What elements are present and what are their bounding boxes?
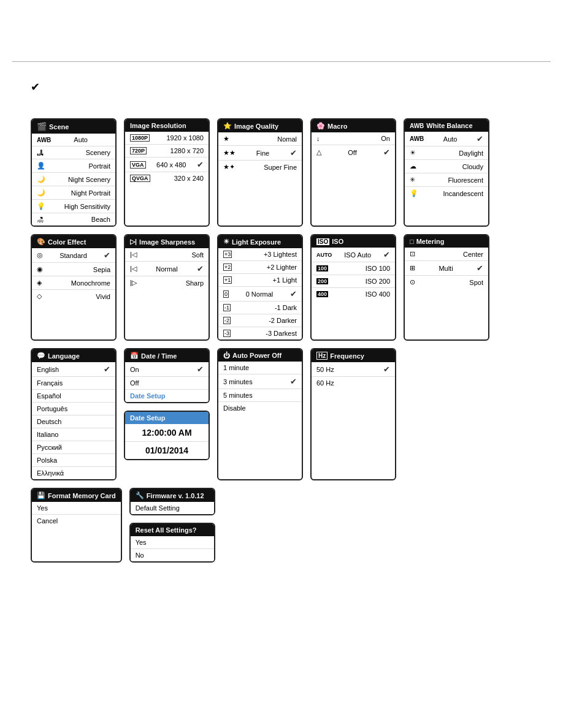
sharp-soft[interactable]: |◁ Soft bbox=[125, 248, 209, 262]
lang-italiano[interactable]: Italiano bbox=[32, 428, 115, 441]
quality-normal-icon: ★ bbox=[223, 135, 229, 143]
wb-cloudy-label: Cloudy bbox=[462, 163, 483, 170]
format-cancel[interactable]: Cancel bbox=[32, 515, 121, 527]
exp-p3[interactable]: +3 +3 Lightest bbox=[218, 248, 302, 261]
dt-date-setup[interactable]: Date Setup bbox=[125, 390, 209, 402]
apo-5min[interactable]: 5 minutes bbox=[218, 389, 302, 402]
ce-sepia[interactable]: ◉ Sepia bbox=[32, 263, 115, 276]
exp-p2-icon: +2 bbox=[223, 264, 232, 271]
apo-disable[interactable]: Disable bbox=[218, 402, 302, 414]
iso-auto[interactable]: AUTO ISO Auto ✔ bbox=[312, 248, 395, 262]
quality-normal[interactable]: ★ Nomal bbox=[218, 132, 302, 146]
wb-cloudy[interactable]: ☁ Cloudy bbox=[405, 160, 488, 173]
exp-m1[interactable]: -1 -1 Dark bbox=[218, 301, 302, 314]
lang-francais[interactable]: Français bbox=[32, 377, 115, 390]
image-sharpness-menu: ▷| Image Sharpness |◁ Soft |◁ Normal ✔ |… bbox=[124, 234, 210, 341]
wb-cloudy-icon: ☁ bbox=[410, 162, 416, 170]
meter-center[interactable]: ⊡ Center bbox=[405, 248, 488, 261]
lang-deutsch[interactable]: Deutsch bbox=[32, 415, 115, 428]
white-balance-icon: AWB bbox=[410, 123, 424, 129]
lang-greek[interactable]: Ελληνικά bbox=[32, 467, 115, 479]
ce-standard[interactable]: ◎ Standard ✔ bbox=[32, 248, 115, 263]
exp-p2[interactable]: +2 +2 Lighter bbox=[218, 261, 302, 274]
res-vga-icon: VGA bbox=[130, 161, 146, 169]
frequency-title: Frequency bbox=[330, 352, 364, 360]
exp-m2[interactable]: -2 -2 Darker bbox=[218, 314, 302, 327]
lang-russian[interactable]: Русский bbox=[32, 441, 115, 454]
meter-multi[interactable]: ⊞ Multi ✔ bbox=[405, 261, 488, 276]
iso-400-label: ISO 400 bbox=[366, 290, 390, 298]
freq-50hz[interactable]: 50 Hz ✔ bbox=[312, 362, 395, 377]
scene-icon: 🎬 bbox=[37, 122, 47, 131]
light-exposure-icon: ☀ bbox=[223, 238, 229, 246]
meter-spot[interactable]: ⊙ Spot bbox=[405, 276, 488, 289]
quality-fine[interactable]: ★★ Fine ✔ bbox=[218, 146, 302, 161]
reset-no[interactable]: No bbox=[131, 549, 214, 561]
res-720p-label: 1280 x 720 bbox=[170, 147, 204, 154]
apo-1min[interactable]: 1 minute bbox=[218, 362, 302, 374]
lang-espanol[interactable]: Español bbox=[32, 390, 115, 403]
scene-auto-label: Auto bbox=[74, 136, 88, 143]
dt-on[interactable]: On ✔ bbox=[125, 362, 209, 377]
lang-english[interactable]: English ✔ bbox=[32, 362, 115, 377]
scene-item-portrait[interactable]: 👤 Portrait bbox=[32, 159, 115, 173]
apo-3min[interactable]: 3 minutes ✔ bbox=[218, 374, 302, 389]
res-qvga[interactable]: QVGA 320 x 240 bbox=[125, 172, 209, 184]
macro-off-icon: △ bbox=[316, 148, 321, 156]
res-vga[interactable]: VGA 640 x 480 ✔ bbox=[125, 157, 209, 172]
scene-item-scenery[interactable]: 🏞 Scenery bbox=[32, 146, 115, 159]
auto-power-off-header: ⏻ Auto Power Off bbox=[218, 349, 302, 362]
scene-item-auto[interactable]: AWB Auto bbox=[32, 134, 115, 146]
macro-off[interactable]: △ Off ✔ bbox=[312, 145, 395, 159]
wb-auto[interactable]: AWB Auto ✔ bbox=[405, 132, 488, 146]
date-setup-date[interactable]: 01/01/2014 bbox=[125, 442, 209, 459]
meter-spot-label: Spot bbox=[469, 279, 483, 286]
lang-portugues[interactable]: Português bbox=[32, 403, 115, 415]
macro-on[interactable]: ↓ On bbox=[312, 132, 395, 145]
reset-yes[interactable]: Yes bbox=[131, 536, 214, 549]
wb-daylight[interactable]: ☀ Daylight bbox=[405, 146, 488, 160]
sharp-sharp[interactable]: |▷ Sharp bbox=[125, 276, 209, 289]
scene-item-night-portrait[interactable]: 🌙 Night Portrait bbox=[32, 186, 115, 200]
res-1080p[interactable]: 1080P 1920 x 1080 bbox=[125, 132, 209, 145]
sharp-normal[interactable]: |◁ Normal ✔ bbox=[125, 262, 209, 276]
quality-super-fine[interactable]: ★✦ Super Fine bbox=[218, 161, 302, 173]
exp-m3[interactable]: -3 -3 Darkest bbox=[218, 327, 302, 339]
firmware-title: Firmware v. 1.0.12 bbox=[147, 492, 204, 499]
scene-night-scenery-icon: 🌙 bbox=[37, 175, 45, 183]
firmware-default[interactable]: Default Setting bbox=[131, 502, 214, 514]
freq-50hz-check: ✔ bbox=[383, 365, 390, 374]
macro-on-label: On bbox=[381, 135, 390, 142]
exp-0[interactable]: 0 0 Normal ✔ bbox=[218, 287, 302, 301]
image-sharpness-header: ▷| Image Sharpness bbox=[125, 235, 209, 248]
format-yes[interactable]: Yes bbox=[32, 502, 121, 515]
iso-100[interactable]: 100 ISO 100 bbox=[312, 262, 395, 275]
date-setup-header: Date Setup bbox=[125, 412, 209, 424]
iso-100-icon: 100 bbox=[316, 265, 328, 271]
wb-fluorescent[interactable]: ✳ Fluorescent bbox=[405, 173, 488, 187]
freq-60hz[interactable]: 60 Hz bbox=[312, 377, 395, 389]
wb-incandescent[interactable]: 💡 Incandescent bbox=[405, 187, 488, 200]
date-setup-time[interactable]: 12:00:00 AM bbox=[125, 424, 209, 442]
ce-monochrome-label: Monochrome bbox=[71, 279, 110, 287]
scene-item-beach[interactable]: 🏖 Beach bbox=[32, 213, 115, 226]
scene-scenery-label: Scenery bbox=[86, 149, 110, 156]
ce-standard-label: Standard bbox=[59, 252, 87, 259]
image-quality-icon: ⭐ bbox=[223, 122, 232, 130]
scene-item-night-scenery[interactable]: 🌙 Night Scenery bbox=[32, 173, 115, 186]
ce-monochrome-icon: ◈ bbox=[37, 279, 42, 287]
iso-400[interactable]: 400 ISO 400 bbox=[312, 288, 395, 300]
ce-vivid[interactable]: ◇ Vivid bbox=[32, 290, 115, 303]
language-menu: 💬 Language English ✔ Français Español Po… bbox=[31, 348, 117, 480]
scene-high-sens-label: High Sensitivity bbox=[64, 203, 110, 210]
dt-off[interactable]: Off bbox=[125, 377, 209, 390]
ce-monochrome[interactable]: ◈ Monochrome bbox=[32, 276, 115, 290]
scene-item-high-sensitivity[interactable]: 💡 High Sensitivity bbox=[32, 200, 115, 213]
iso-200[interactable]: 200 ISO 200 bbox=[312, 275, 395, 288]
exp-m1-icon: -1 bbox=[223, 304, 231, 311]
lang-polska[interactable]: Polska bbox=[32, 454, 115, 467]
exp-p1[interactable]: +1 +1 Light bbox=[218, 274, 302, 287]
firmware-default-label: Default Setting bbox=[136, 504, 180, 512]
res-720p[interactable]: 720P 1280 x 720 bbox=[125, 145, 209, 157]
dt-on-label: On bbox=[130, 366, 139, 373]
